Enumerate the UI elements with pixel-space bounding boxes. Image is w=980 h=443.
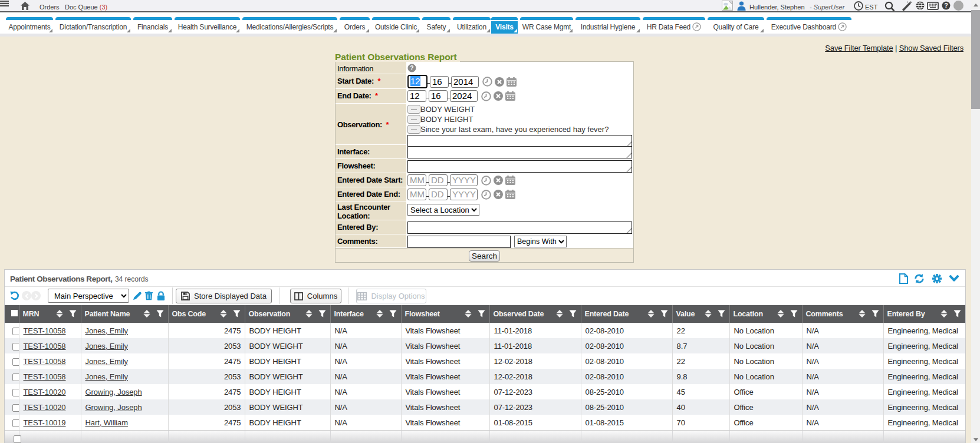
svg-text:?: ? — [410, 65, 413, 71]
svg-text:?: ? — [944, 2, 948, 9]
